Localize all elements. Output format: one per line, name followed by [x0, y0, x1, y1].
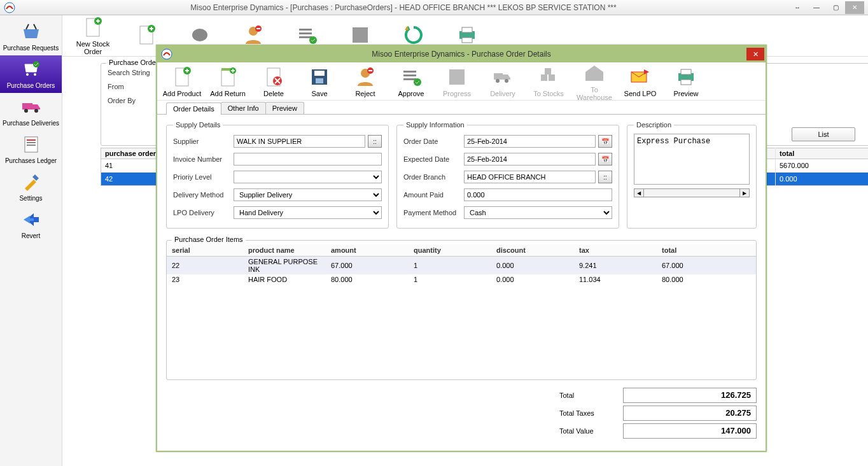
order-date-input[interactable] [464, 135, 596, 148]
expected-date-picker-button[interactable]: 📅 [598, 153, 612, 166]
lpo-delivery-select[interactable]: Hand Delivery [234, 206, 382, 219]
printer-icon [456, 24, 479, 46]
to-stocks-button[interactable]: To Stocks [526, 64, 571, 99]
document-plus-icon [135, 24, 158, 46]
scroll-left-icon[interactable]: ◀ [634, 188, 644, 197]
dialog-close-button[interactable]: ✕ [746, 48, 764, 60]
sidebar-item-purchase-requests[interactable]: Purchase Requests [0, 18, 62, 55]
dialog-logo-icon [161, 48, 172, 60]
document-plus-icon [81, 16, 104, 39]
sidebar-item-purchase-deliveries[interactable]: Purchase Deliveries [0, 93, 62, 131]
approve-button[interactable]: Approve [389, 64, 433, 99]
svg-rect-18 [256, 28, 260, 29]
tools-icon [21, 172, 41, 192]
col-serial[interactable]: serial [167, 244, 243, 257]
col-total[interactable]: total [776, 148, 869, 159]
svg-rect-19 [299, 29, 312, 31]
tab-preview[interactable]: Preview [265, 102, 304, 114]
invoice-input[interactable] [234, 153, 382, 166]
preview-button[interactable]: Preview [664, 64, 708, 99]
sidebar-item-purchase-orders[interactable]: Purchase Orders [0, 55, 62, 93]
scroll-track[interactable] [644, 188, 739, 197]
col-qty[interactable]: quantity [409, 244, 491, 257]
svg-rect-43 [403, 78, 416, 80]
sidebar-item-purchases-ledger[interactable]: Purchases Ledger [0, 131, 62, 168]
svg-rect-51 [545, 68, 551, 74]
svg-point-5 [24, 109, 28, 113]
svg-rect-54 [681, 69, 691, 74]
svg-rect-40 [368, 70, 372, 71]
col-tax[interactable]: tax [574, 244, 657, 257]
reject-button[interactable]: Reject [343, 64, 388, 99]
totals-area: Total126.725 Total Taxes20.275 Total Val… [157, 388, 757, 439]
new-stock-order-button[interactable]: New Stock Order [67, 15, 118, 57]
dialog-tabs: Order Details Other Info Preview [157, 101, 766, 115]
delete-button[interactable]: Delete [251, 64, 296, 99]
list-button[interactable]: List [792, 127, 855, 141]
to-warehouse-button[interactable]: To Warehouse [572, 60, 617, 102]
total-taxes-value: 20.275 [623, 406, 757, 421]
svg-rect-37 [316, 78, 323, 83]
list-check-icon [295, 24, 318, 46]
sidebar-label: Revert [22, 232, 40, 239]
svg-rect-36 [314, 71, 325, 76]
sidebar-item-revert[interactable]: Revert [0, 206, 62, 243]
doc-plus-icon [171, 66, 193, 88]
svg-rect-25 [462, 27, 472, 32]
stocks-icon [537, 66, 560, 88]
supply-details-fieldset: Supply Details Supplier:: Invoice Number… [166, 121, 389, 229]
col-product[interactable]: product name [243, 244, 326, 257]
resize-handle-icon[interactable]: ↔ [788, 1, 807, 14]
description-scrollbar[interactable]: ◀ ▶ [634, 188, 750, 197]
delivery-button[interactable]: Delivery [480, 64, 525, 99]
basket-icon [21, 22, 41, 42]
delivery-icon [491, 66, 514, 88]
user-reject-icon [354, 66, 377, 88]
minimize-button[interactable]: — [807, 1, 826, 14]
maximize-button[interactable]: ▢ [826, 1, 845, 14]
app-titlebar: Misoo Enterprise Dynamics - [Purchases :… [0, 0, 868, 15]
blob-icon [188, 24, 211, 46]
save-button[interactable]: Save [297, 64, 342, 99]
grey-box-icon [349, 24, 372, 46]
expected-date-input[interactable] [464, 153, 596, 166]
tab-other-info[interactable]: Other Info [221, 102, 266, 114]
progress-button[interactable]: Progress [435, 64, 479, 99]
delivery-method-select[interactable]: Supplier Delivery [234, 188, 382, 201]
item-row[interactable]: 22 GENERAL PURPOSE INK 67.000 1 0.000 9.… [167, 257, 756, 275]
svg-point-0 [4, 3, 15, 13]
priority-select[interactable] [234, 171, 382, 183]
description-textarea[interactable]: Express Purchase [634, 134, 750, 185]
svg-point-1 [26, 73, 29, 76]
notepad-plus-icon [216, 66, 239, 88]
purchase-order-dialog: Misoo Enterprise Dynamics - Purchase Ord… [156, 45, 767, 452]
svg-rect-23 [353, 27, 368, 43]
col-amount[interactable]: amount [326, 244, 409, 257]
user-minus-icon [242, 24, 265, 46]
svg-rect-10 [27, 145, 36, 146]
doc-delete-icon [262, 66, 285, 88]
scroll-right-icon[interactable]: ▶ [739, 188, 750, 197]
sidebar-item-settings[interactable]: Settings [0, 168, 62, 206]
col-discount[interactable]: discount [491, 244, 574, 257]
col-total[interactable]: total [657, 244, 756, 257]
payment-method-select[interactable]: Cash [464, 206, 612, 219]
close-button[interactable]: ✕ [845, 1, 864, 14]
svg-rect-55 [681, 80, 691, 85]
items-grid: Purchase Order Items serial product name… [166, 240, 757, 380]
supplier-input[interactable] [234, 135, 365, 148]
branch-lookup-button[interactable]: :: [598, 171, 612, 183]
order-date-picker-button[interactable]: 📅 [598, 135, 612, 148]
branch-input[interactable] [464, 171, 596, 183]
tab-order-details[interactable]: Order Details [166, 102, 221, 115]
supplier-lookup-button[interactable]: :: [368, 135, 382, 148]
progress-icon [445, 66, 468, 88]
amount-paid-input[interactable] [464, 188, 612, 201]
dialog-titlebar: Misoo Enterprise Dynamics - Purchase Ord… [157, 46, 766, 62]
add-product-button[interactable]: Add Product [160, 64, 204, 99]
send-lpo-button[interactable]: Send LPO [618, 64, 662, 99]
item-row[interactable]: 23 HAIR FOOD 80.000 1 0.000 11.034 80.00… [167, 274, 756, 285]
cart-check-icon [21, 59, 41, 80]
add-return-button[interactable]: Add Return [206, 64, 250, 99]
svg-rect-46 [494, 73, 503, 80]
